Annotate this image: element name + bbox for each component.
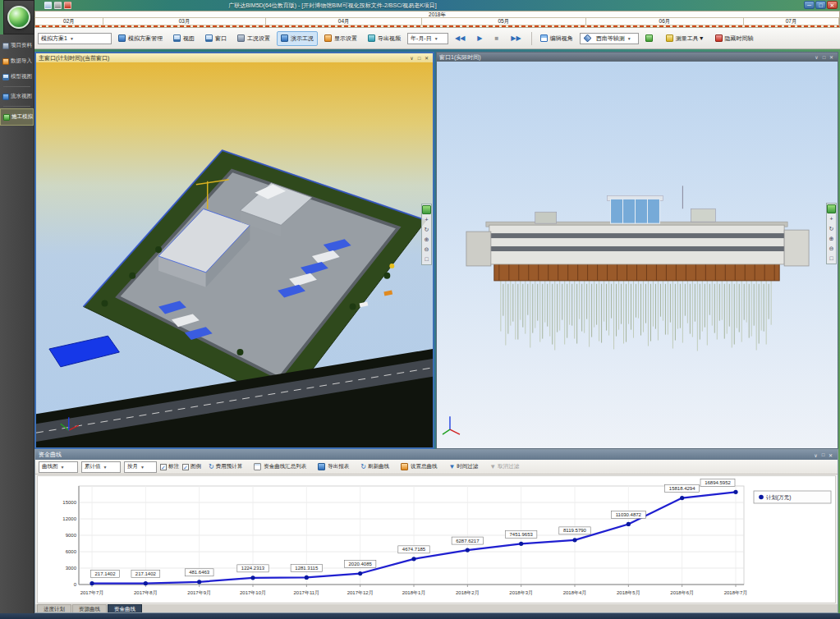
value-mode-select[interactable]: 累计值▼ — [81, 461, 121, 473]
export-report-icon — [318, 463, 325, 470]
sidebar-item-label: 项目资料 — [11, 42, 32, 49]
quick-access-toolbar — [44, 2, 71, 9]
sidebar-item-流水视图[interactable]: 流水视图 — [0, 89, 34, 104]
close-icon[interactable]: ✕ — [828, 54, 835, 60]
rotate-icon[interactable]: ↻ — [422, 225, 431, 234]
viewport-main-header[interactable]: 主窗口(计划时间)(当前窗口) ∨ □ ✕ — [36, 53, 433, 62]
measure-tools-button[interactable]: 测量工具 ▼ — [662, 31, 709, 46]
nav-home-icon[interactable] — [827, 204, 836, 213]
sidebar-item-施工模拟[interactable]: 施工模拟 — [0, 108, 34, 126]
svg-text:2017年12月: 2017年12月 — [347, 590, 374, 596]
close-icon[interactable]: ✕ — [423, 55, 430, 61]
snapshot-button[interactable] — [641, 31, 659, 46]
present-worksite-button[interactable]: 演示工况 — [277, 31, 318, 46]
nav-home-icon[interactable] — [422, 205, 431, 214]
period-select[interactable]: 按月▼ — [124, 461, 157, 473]
time-filter-button[interactable]: ▼时间过滤 — [444, 460, 482, 475]
save-icon[interactable] — [44, 2, 52, 9]
tab-资源曲线[interactable]: 资源曲线 — [72, 604, 107, 612]
app-menu-orb[interactable] — [3, 0, 34, 34]
sidebar-item-项目资料[interactable]: 项目资料 — [0, 38, 34, 53]
undo-icon[interactable] — [54, 2, 62, 9]
windows-button[interactable]: 窗口 — [201, 31, 231, 46]
total-curve-button[interactable]: 设置总曲线 — [397, 460, 442, 475]
view-direction-select[interactable]: 西南等轴测▼ — [580, 33, 639, 44]
simulation-scheme-select[interactable]: 模拟方案1▼ — [38, 33, 112, 44]
fast-forward-button[interactable]: ▶▶ — [507, 31, 526, 46]
hide-timeline-button[interactable]: 隐藏时间轴 — [711, 31, 758, 46]
play-button[interactable]: ▶ — [473, 31, 488, 46]
annotation-checkbox[interactable]: ✓标注 — [160, 463, 179, 470]
rotate-icon[interactable]: ↻ — [827, 224, 836, 233]
cost-precalc-button[interactable]: ↻费用预计算 — [204, 460, 246, 475]
scene-plan-time[interactable]: + ↻ ⊕ ⊖ □ — [36, 62, 433, 447]
left-nav-toolbar: + ↻ ⊕ ⊖ □ — [421, 204, 432, 265]
zoom-fit-icon[interactable]: □ — [827, 254, 836, 263]
pan-icon[interactable]: + — [422, 215, 431, 224]
restore-button[interactable]: □ — [815, 1, 826, 9]
play-icon: ▶ — [477, 35, 482, 42]
toolbar-separator — [531, 32, 532, 45]
select-value: 按月 — [127, 463, 138, 470]
timeline-month: 04月 — [266, 18, 422, 25]
export-video-button[interactable]: 导出视频 — [364, 31, 405, 46]
windows-icon — [205, 34, 213, 42]
zoom-fit-icon[interactable]: □ — [422, 254, 431, 264]
summary-list-button[interactable]: 资金曲线汇总列表 — [250, 460, 310, 475]
tab-资金曲线[interactable]: 资金曲线 — [108, 604, 142, 612]
pin-icon[interactable]: ∨ — [813, 54, 820, 60]
svg-text:2017年9月: 2017年9月 — [187, 590, 211, 596]
close-button[interactable]: ✕ — [827, 1, 838, 9]
select-value: 曲线图 — [42, 463, 58, 470]
curve-type-select[interactable]: 曲线图▼ — [39, 461, 78, 473]
float-icon[interactable]: □ — [820, 55, 828, 60]
zoom-out-icon[interactable]: ⊖ — [827, 244, 836, 253]
sidebar-item-数据导入[interactable]: 数据导入 — [0, 53, 34, 69]
svg-text:1281.3115: 1281.3115 — [295, 566, 319, 571]
cancel-filter-button[interactable]: ▼取消过滤 — [485, 460, 523, 475]
viewport-secondary: 窗口1(实际时间) ∨ □ ✕ — [436, 52, 838, 449]
timeline-month: 02月 — [35, 18, 103, 25]
fund-panel-toolbar: 曲线图▼累计值▼按月▼✓标注✓图例↻费用预计算资金曲线汇总列表导出报表↻刷新曲线… — [35, 460, 838, 475]
fund-panel-titlebar[interactable]: 资金曲线 ∨ □ ✕ — [35, 450, 838, 460]
svg-text:2018年3月: 2018年3月 — [509, 590, 533, 596]
stop-button[interactable]: ■ — [490, 31, 504, 46]
pan-icon[interactable]: + — [827, 214, 836, 223]
views-button[interactable]: 视图 — [169, 31, 199, 46]
svg-text:2017年11月: 2017年11月 — [294, 590, 320, 596]
svg-text:12000: 12000 — [62, 516, 76, 521]
float-icon[interactable]: □ — [819, 452, 827, 457]
scene-actual-time[interactable]: + ↻ ⊕ ⊖ □ — [437, 62, 838, 448]
date-granularity-select[interactable]: 年-月-日▼ — [407, 33, 448, 44]
svg-text:7451.9653: 7451.9653 — [509, 532, 533, 537]
pin-icon[interactable]: ∨ — [408, 55, 415, 61]
export-report-button[interactable]: 导出报表 — [314, 460, 353, 475]
scheme-manage-icon — [118, 34, 126, 42]
pin-icon[interactable]: ∨ — [812, 452, 819, 458]
scheme-manage-button[interactable]: 模拟方案管理 — [114, 31, 167, 46]
button-label: 资金曲线汇总列表 — [264, 463, 306, 470]
refresh-curve-button[interactable]: ↻刷新曲线 — [356, 460, 393, 475]
edit-view-button[interactable]: 编辑视角 — [536, 31, 577, 46]
display-settings-button[interactable]: 显示设置 — [320, 31, 361, 46]
rewind-button[interactable]: ◀◀ — [451, 31, 470, 46]
sidebar-item-模型视图[interactable]: 模型视图 — [0, 69, 34, 85]
checkbox-icon: ✓ — [160, 464, 167, 470]
close-icon[interactable]: ✕ — [827, 452, 834, 458]
svg-text:2018年4月: 2018年4月 — [563, 590, 587, 596]
minimize-button[interactable]: ─ — [804, 1, 815, 9]
svg-text:2018年1月: 2018年1月 — [402, 590, 426, 596]
button-label: 取消过滤 — [498, 463, 519, 470]
zoom-in-icon[interactable]: ⊕ — [827, 234, 836, 243]
legend-checkbox[interactable]: ✓图例 — [182, 463, 201, 470]
zoom-out-icon[interactable]: ⊖ — [422, 245, 431, 254]
tab-进度计划[interactable]: 进度计划 — [37, 604, 71, 612]
float-icon[interactable]: □ — [415, 56, 423, 61]
viewport-secondary-header[interactable]: 窗口1(实际时间) ∨ □ ✕ — [437, 53, 838, 62]
svg-text:计划(万元): 计划(万元) — [766, 494, 791, 501]
viewport-secondary-title: 窗口1(实际时间) — [439, 53, 813, 62]
close-project-icon[interactable] — [64, 2, 71, 9]
worksite-settings-button[interactable]: 工况设置 — [233, 31, 274, 46]
zoom-in-icon[interactable]: ⊕ — [422, 235, 431, 244]
svg-text:9000: 9000 — [66, 533, 77, 538]
